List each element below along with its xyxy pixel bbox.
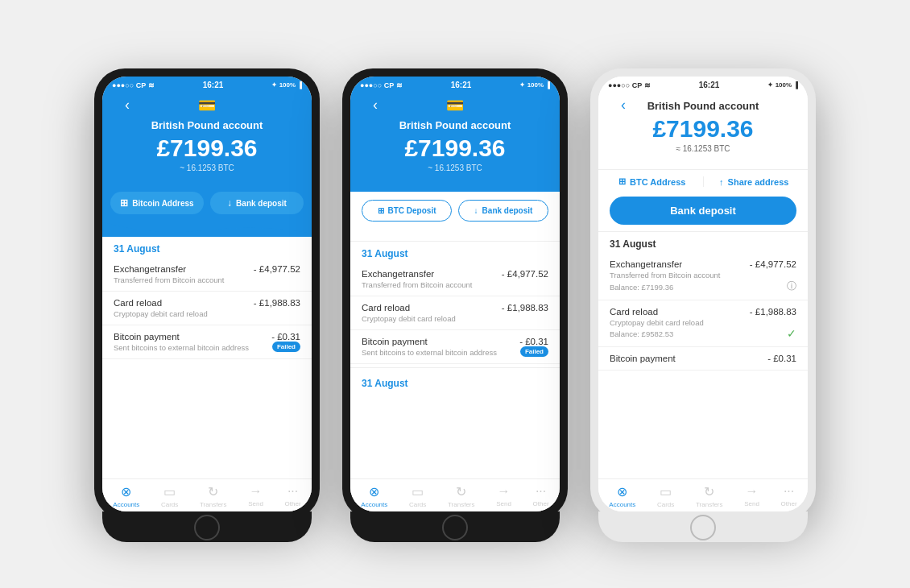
phone-3-tx-2-amount: - £1,988.83 bbox=[750, 307, 796, 317]
phone-3-btc: ≈ 16.1253 BTC bbox=[610, 144, 796, 153]
phone-1-status-left: ●●●○○ CP ≋ bbox=[112, 81, 155, 89]
phone-3-back-icon[interactable]: ‹ bbox=[621, 97, 626, 114]
phone-3-address-divider bbox=[703, 176, 704, 187]
phone-2-failed-badge: Failed bbox=[520, 346, 548, 357]
phone-2-qr-icon: ⊞ bbox=[378, 206, 384, 215]
phone-1-other-label: Other bbox=[285, 500, 301, 507]
phone-2-tx-2: Card reload - £1,988.83 Cryptopay debit … bbox=[350, 296, 560, 330]
phone-3-screen: ●●●○○ CP ≋ 16:21 ✦ 100% ▐ ‹ British Poun… bbox=[598, 77, 808, 511]
phone-1-nav-other[interactable]: ··· Other bbox=[285, 484, 301, 508]
phone-3-nav-cards[interactable]: ▭ Cards bbox=[657, 484, 674, 508]
phone-1-other-icon: ··· bbox=[287, 484, 298, 499]
phone-2-nav-transfers[interactable]: ↻ Transfers bbox=[448, 484, 475, 508]
phone-2-time: 16:21 bbox=[451, 81, 472, 89]
phone-1-cards-icon: ▭ bbox=[163, 484, 176, 499]
phone-3-share-icon: ↑ bbox=[719, 177, 724, 187]
phone-2-dots bbox=[350, 226, 560, 241]
phone-3-tx-1-amount: - £4,977.52 bbox=[750, 259, 796, 269]
phone-3-status-left: ●●●○○ CP ≋ bbox=[608, 81, 651, 89]
phone-3-accounts-label: Accounts bbox=[609, 501, 635, 508]
phone-2-cards-icon: ▭ bbox=[412, 484, 424, 499]
phone-3-share-label: Share address bbox=[728, 177, 789, 187]
phone-2-amount: £7199.36 bbox=[362, 135, 548, 162]
phone-2-dot-2 bbox=[449, 230, 453, 234]
phone-3-home-circle bbox=[690, 515, 716, 540]
phone-3-tx-1: Exchangetransfer - £4,977.52 Transferred… bbox=[598, 253, 808, 300]
phone-1-title-row: ‹ 💳 bbox=[114, 97, 300, 116]
phone-1-transfers-icon: ↻ bbox=[208, 484, 218, 499]
phone-1-tx-3-sub: Sent bitcoins to external bitcoin addres… bbox=[114, 343, 249, 352]
phone-2-accounts-icon: ⊗ bbox=[369, 484, 379, 499]
phone-3-header: ‹ British Pound account £7199.36 ≈ 16.12… bbox=[598, 92, 808, 170]
phone-2-tx-1-amount: - £4,977.52 bbox=[502, 269, 548, 279]
phone-3-nav-other[interactable]: ··· Other bbox=[781, 484, 797, 508]
phone-2-accounts-label: Accounts bbox=[361, 501, 387, 508]
phone-1-bank-deposit-btn[interactable]: ↓ Bank deposit bbox=[210, 192, 304, 214]
phone-1-bitcoin-address-btn[interactable]: ⊞ Bitcoin Address bbox=[110, 192, 204, 214]
phone-1-status-bar: ●●●○○ CP ≋ 16:21 ✦ 100% ▐ bbox=[102, 77, 312, 92]
phone-3-tx-2-check-icon: ✓ bbox=[787, 327, 796, 340]
phone-2-bottom-nav: ⊗ Accounts ▭ Cards ↻ Transfers → Send ··… bbox=[350, 478, 560, 511]
phone-2-tx-3-name: Bitcoin payment bbox=[362, 337, 428, 346]
phone-1-nav-send[interactable]: → Send bbox=[248, 484, 263, 508]
phone-3-tx-2-sub: Cryptopay debit card reload bbox=[610, 318, 796, 327]
phone-2-transfers-label: Transfers bbox=[448, 501, 475, 508]
phone-1-back-icon[interactable]: ‹ bbox=[125, 97, 130, 114]
phone-3-time: 16:21 bbox=[699, 81, 720, 89]
phone-1-date: 31 August bbox=[102, 237, 312, 258]
phone-1-nav-cards[interactable]: ▭ Cards bbox=[161, 484, 178, 508]
phone-1-bottom-nav: ⊗ Accounts ▭ Cards ↻ Transfers → Send ··… bbox=[102, 478, 312, 511]
phone-3-btc-address-label: BTC Address bbox=[630, 177, 685, 187]
phone-1-tx-1: Exchangetransfer - £4,977.52 Transferred… bbox=[102, 258, 312, 292]
phone-1-wallet-icon: 💳 bbox=[198, 97, 216, 114]
phone-1-time: 16:21 bbox=[203, 81, 224, 89]
phone-1-tx-1-amount: - £4,977.52 bbox=[254, 264, 300, 274]
phone-2-status-bar: ●●●○○ CP ≋ 16:21 ✦ 100% ▐ bbox=[350, 77, 560, 92]
phone-3-accounts-icon: ⊗ bbox=[617, 484, 627, 499]
phone-2-nav-cards[interactable]: ▭ Cards bbox=[409, 484, 426, 508]
phone-1-tx-1-name: Exchangetransfer bbox=[114, 264, 186, 274]
phone-2-transfers-icon: ↻ bbox=[456, 484, 466, 499]
phone-1-nav-transfers[interactable]: ↻ Transfers bbox=[200, 484, 227, 508]
phone-1-tx-2-name: Card reload bbox=[114, 298, 162, 308]
phone-2-btc-deposit-btn[interactable]: ⊞ BTC Deposit bbox=[362, 200, 452, 222]
phone-2-dot-3 bbox=[457, 230, 462, 234]
phone-3-nav-accounts[interactable]: ⊗ Accounts bbox=[609, 484, 635, 508]
phone-2-nav-accounts[interactable]: ⊗ Accounts bbox=[361, 484, 387, 508]
phone-2-other-label: Other bbox=[533, 500, 549, 507]
phone-2-nav-other[interactable]: ··· Other bbox=[533, 484, 549, 508]
phone-3-tx-2: Card reload - £1,988.83 Cryptopay debit … bbox=[598, 300, 808, 347]
phone-2-bank-deposit-btn[interactable]: ↓ Bank deposit bbox=[458, 200, 548, 222]
phone-1-download-icon: ↓ bbox=[227, 197, 232, 209]
phone-1-amount: £7199.36 bbox=[114, 135, 300, 162]
phone-2-send-icon: → bbox=[498, 484, 511, 499]
phone-2-date: 31 August bbox=[350, 242, 560, 263]
phone-3: ●●●○○ CP ≋ 16:21 ✦ 100% ▐ ‹ British Poun… bbox=[590, 68, 816, 520]
phone-2-section-divider bbox=[350, 367, 560, 368]
phone-3-bank-deposit-btn[interactable]: Bank deposit bbox=[610, 197, 796, 225]
phone-2-back-icon[interactable]: ‹ bbox=[373, 97, 378, 114]
phone-2-nav-send[interactable]: → Send bbox=[496, 484, 511, 508]
phone-3-content: 31 August Exchangetransfer - £4,977.52 T… bbox=[598, 232, 808, 478]
phone-3-other-label: Other bbox=[781, 500, 797, 507]
phone-2-status-left: ●●●○○ CP ≋ bbox=[360, 81, 403, 89]
phone-3-btc-address-btn[interactable]: ⊞ BTC Address bbox=[610, 176, 695, 187]
phone-1-tx-2-sub: Cryptopay debit card reload bbox=[114, 309, 300, 318]
phone-2-dot-1 bbox=[440, 230, 445, 234]
phone-3-nav-transfers[interactable]: ↻ Transfers bbox=[696, 484, 723, 508]
phone-3-share-btn[interactable]: ↑ Share address bbox=[712, 176, 797, 187]
phone-1-account-title: British Pound account bbox=[114, 119, 300, 131]
phone-3-tx-1-name: Exchangetransfer bbox=[610, 259, 682, 269]
phone-3-tx-2-name: Card reload bbox=[610, 307, 658, 317]
phone-1-content: 31 August Exchangetransfer - £4,977.52 T… bbox=[102, 237, 312, 478]
phone-2-btc-deposit-label: BTC Deposit bbox=[388, 206, 436, 215]
phone-2-btc: ~ 16.1253 BTC bbox=[362, 164, 548, 172]
phone-2-home-indicator bbox=[350, 511, 560, 542]
phone-3-date: 31 August bbox=[598, 232, 808, 253]
phone-3-nav-send[interactable]: → Send bbox=[744, 484, 759, 508]
phone-2-title-row: ‹ 💳 bbox=[362, 97, 548, 116]
phone-2-tx-1-sub: Transferred from Bitcoin account bbox=[362, 280, 548, 289]
phone-1-btc: ~ 16.1253 BTC bbox=[114, 164, 300, 172]
phone-1-failed-badge: Failed bbox=[272, 342, 300, 352]
phone-1-nav-accounts[interactable]: ⊗ Accounts bbox=[113, 484, 139, 508]
